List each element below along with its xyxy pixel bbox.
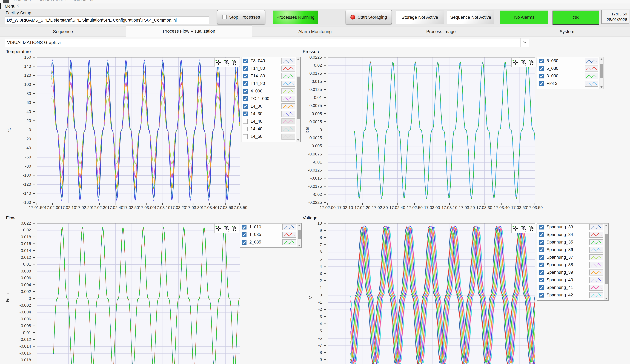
legend-item[interactable]: 14_40 xyxy=(242,118,296,126)
legend-checkbox-checked[interactable] xyxy=(243,104,248,109)
legend-line-sample-icon[interactable] xyxy=(282,118,295,124)
zoom-tool-icon[interactable] xyxy=(224,225,230,232)
legend-line-sample-icon[interactable] xyxy=(282,96,295,102)
scrollbar-up-icon[interactable] xyxy=(600,57,604,61)
legend-item[interactable]: Spannung_35 xyxy=(538,238,604,246)
legend-item[interactable]: 3_030 xyxy=(538,72,600,80)
legend-scrollbar[interactable] xyxy=(604,224,608,300)
legend-line-sample-icon[interactable] xyxy=(282,81,295,87)
cursor-crosshair-tool-icon[interactable] xyxy=(512,225,519,232)
legend-checkbox-checked[interactable] xyxy=(539,278,544,282)
legend-checkbox-checked[interactable] xyxy=(539,270,544,275)
legend-line-sample-icon[interactable] xyxy=(282,66,295,72)
legend-checkbox-checked[interactable] xyxy=(539,225,544,230)
legend-item[interactable]: 2_085 xyxy=(240,238,297,246)
legend-checkbox-checked[interactable] xyxy=(242,232,246,237)
legend-line-sample-icon[interactable] xyxy=(589,262,603,268)
scrollbar-down-icon[interactable] xyxy=(604,296,608,300)
legend-item[interactable]: Spannung_42 xyxy=(538,292,604,299)
legend-line-sample-icon[interactable] xyxy=(282,58,295,64)
legend-item[interactable]: T14_80 xyxy=(242,80,296,88)
legend-checkbox-checked[interactable] xyxy=(539,293,544,298)
legend-checkbox-checked[interactable] xyxy=(539,262,544,267)
legend-line-sample-icon[interactable] xyxy=(282,134,295,140)
legend-checkbox-checked[interactable] xyxy=(242,225,246,230)
legend-item[interactable]: Spannung_37 xyxy=(538,254,604,261)
legend-checkbox-checked[interactable] xyxy=(243,58,248,63)
legend-checkbox-unchecked[interactable] xyxy=(243,127,248,131)
tab-system[interactable]: System xyxy=(504,26,630,37)
legend-item[interactable]: Spannung_41 xyxy=(538,284,604,292)
legend-item[interactable]: 1_010 xyxy=(240,224,297,231)
legend-checkbox-checked[interactable] xyxy=(243,66,248,71)
legend-scrollbar[interactable] xyxy=(599,57,604,89)
legend-checkbox-checked[interactable] xyxy=(539,58,544,63)
tab-process-image[interactable]: Process Image xyxy=(378,26,504,37)
legend-checkbox-unchecked[interactable] xyxy=(243,134,248,139)
legend-checkbox-checked[interactable] xyxy=(539,74,544,78)
stop-processes-button[interactable]: Stop Processes xyxy=(217,10,265,24)
legend-line-sample-icon[interactable] xyxy=(589,224,603,230)
tab-sequence[interactable]: Sequence xyxy=(0,26,126,37)
legend-checkbox-checked[interactable] xyxy=(243,89,248,94)
legend-line-sample-icon[interactable] xyxy=(585,66,598,72)
legend-item[interactable]: 14_30 xyxy=(242,110,296,118)
legend-line-sample-icon[interactable] xyxy=(282,111,295,117)
legend-item[interactable]: 14_30 xyxy=(242,103,296,110)
legend-item[interactable]: Spannung_34 xyxy=(538,231,604,238)
legend-line-sample-icon[interactable] xyxy=(282,88,295,94)
legend-checkbox-checked[interactable] xyxy=(539,232,544,237)
legend-line-sample-icon[interactable] xyxy=(589,232,603,238)
legend-checkbox-checked[interactable] xyxy=(539,66,544,71)
legend-item[interactable]: T14_80 xyxy=(242,72,296,80)
legend-item[interactable]: 5_030 xyxy=(538,65,600,72)
cursor-crosshair-tool-icon[interactable] xyxy=(215,225,222,232)
menu-item-help[interactable]: ? xyxy=(17,4,19,9)
legend-checkbox-checked[interactable] xyxy=(539,285,544,290)
legend-checkbox-checked[interactable] xyxy=(539,240,544,244)
legend-line-sample-icon[interactable] xyxy=(589,277,603,283)
legend-line-sample-icon[interactable] xyxy=(585,81,598,87)
legend-checkbox-checked[interactable] xyxy=(243,112,248,116)
menu-item-menu[interactable]: Menu xyxy=(5,4,16,9)
legend-item[interactable]: Spannung_40 xyxy=(538,276,604,284)
legend-line-sample-icon[interactable] xyxy=(589,254,603,260)
zoom-tool-icon[interactable] xyxy=(520,225,527,232)
scrollbar-thumb[interactable] xyxy=(605,234,608,284)
legend-item[interactable]: T14_80 xyxy=(242,65,296,72)
plot-area[interactable] xyxy=(37,57,240,203)
legend-line-sample-icon[interactable] xyxy=(589,270,603,276)
cursor-crosshair-tool-icon[interactable] xyxy=(215,59,222,66)
pan-hand-tool-icon[interactable] xyxy=(232,225,238,232)
legend-item[interactable]: 5_030 xyxy=(538,57,600,65)
scrollbar-thumb[interactable] xyxy=(600,64,603,78)
stop-processes-checkbox[interactable] xyxy=(222,15,227,19)
legend-item[interactable]: T3_040 xyxy=(242,57,296,65)
legend-checkbox-checked[interactable] xyxy=(242,240,246,244)
tab-process-flow-visualization[interactable]: Process Flow Visualization xyxy=(126,26,252,37)
legend-checkbox-checked[interactable] xyxy=(539,81,544,86)
legend-checkbox-unchecked[interactable] xyxy=(243,119,248,124)
plot-area[interactable] xyxy=(37,223,240,364)
scrollbar-up-icon[interactable] xyxy=(604,224,608,227)
legend-item[interactable]: Spannung_39 xyxy=(538,269,604,276)
legend-item[interactable]: TC.4_060 xyxy=(242,95,296,103)
pan-hand-tool-icon[interactable] xyxy=(232,59,238,66)
legend-item[interactable]: 14_40 xyxy=(242,126,296,133)
legend-line-sample-icon[interactable] xyxy=(282,103,295,109)
legend-checkbox-checked[interactable] xyxy=(243,96,248,101)
cursor-crosshair-tool-icon[interactable] xyxy=(512,59,519,66)
legend-checkbox-checked[interactable] xyxy=(539,255,544,260)
legend-line-sample-icon[interactable] xyxy=(589,247,603,253)
tab-alarm-monitoring[interactable]: Alarm Monitoring xyxy=(252,26,378,37)
legend-item[interactable]: Spannung_36 xyxy=(538,246,604,254)
zoom-tool-icon[interactable] xyxy=(520,59,527,66)
legend-item[interactable]: Spannung_33 xyxy=(538,224,604,231)
legend-item[interactable]: 1_035 xyxy=(240,231,297,238)
legend-item[interactable]: Plot 3 xyxy=(538,80,600,88)
legend-line-sample-icon[interactable] xyxy=(589,284,603,290)
legend-checkbox-checked[interactable] xyxy=(243,74,248,78)
legend-item[interactable]: Spannung_38 xyxy=(538,261,604,269)
plot-area[interactable] xyxy=(328,223,535,364)
scrollbar-down-icon[interactable] xyxy=(600,85,604,89)
